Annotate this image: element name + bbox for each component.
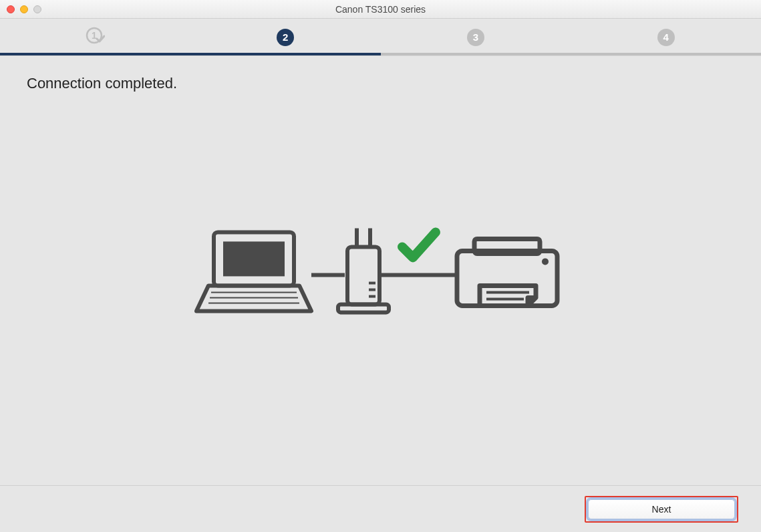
check-icon	[402, 232, 436, 257]
svg-rect-16	[457, 251, 557, 305]
next-button-highlight: Next	[585, 496, 738, 523]
minimize-icon[interactable]	[20, 5, 28, 13]
titlebar: Canon TS3100 series	[0, 0, 761, 19]
window-controls	[7, 5, 41, 13]
svg-rect-14	[338, 304, 389, 312]
step-3: 3	[381, 19, 571, 55]
step-number: 4	[657, 29, 675, 46]
laptop-icon	[196, 232, 311, 311]
progress-fill	[0, 53, 381, 55]
step-2: 2	[190, 19, 381, 55]
close-icon[interactable]	[7, 5, 15, 13]
footer: Next	[0, 485, 761, 532]
svg-point-18	[542, 258, 549, 265]
step-number: 3	[467, 29, 484, 46]
router-icon	[338, 228, 389, 312]
step-1: 1	[0, 19, 190, 55]
next-button-label: Next	[652, 504, 671, 515]
step-bar: 1 2 3 4	[0, 19, 761, 56]
step-4: 4	[571, 19, 761, 55]
main-content: Connection completed.	[0, 56, 761, 485]
connection-diagram	[194, 219, 568, 348]
svg-rect-17	[474, 239, 540, 253]
window-title: Canon TS3100 series	[335, 4, 426, 15]
svg-rect-3	[223, 241, 285, 276]
printer-icon	[457, 239, 557, 305]
maximize-icon	[33, 5, 41, 13]
page-heading: Connection completed.	[27, 75, 177, 92]
next-button[interactable]: Next	[588, 499, 735, 519]
step-complete-icon: 1	[85, 26, 105, 49]
step-number: 2	[277, 29, 294, 46]
